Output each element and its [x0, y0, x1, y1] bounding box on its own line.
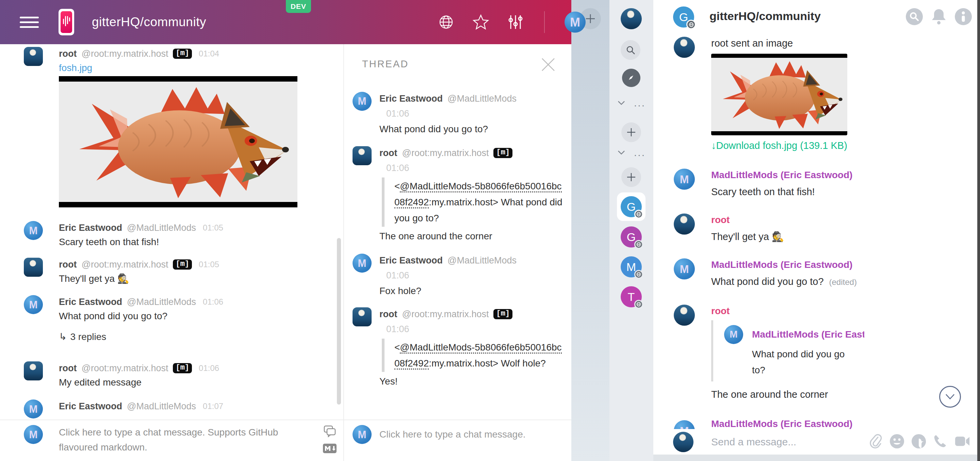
search-icon[interactable] — [620, 40, 640, 60]
avatar-eric[interactable]: M — [353, 92, 372, 111]
message-author[interactable]: Eric Eastwood — [59, 297, 122, 307]
bridge-badge-icon — [686, 20, 696, 29]
message-handle: @root:my.matrix.host — [402, 309, 488, 320]
avatar-eric[interactable]: M — [24, 399, 43, 418]
paperclip-icon[interactable] — [868, 434, 883, 449]
message-text: The one around the corner — [379, 229, 563, 244]
message-author[interactable]: Eric Eastwood — [59, 401, 122, 412]
avatar-self[interactable]: M — [353, 425, 372, 444]
message-handle: @MadLittleMods — [127, 297, 196, 307]
sticker-icon[interactable] — [911, 434, 926, 449]
avatar-root[interactable] — [353, 146, 372, 165]
message-author[interactable]: root — [59, 260, 76, 270]
bell-icon[interactable] — [930, 8, 948, 26]
info-icon[interactable] — [954, 8, 972, 26]
markdown-icon[interactable] — [323, 441, 337, 456]
room-avatar[interactable]: G — [673, 6, 694, 27]
message-text: What pond did you go to?(edited) — [711, 275, 956, 289]
section-collapse-rooms[interactable]: ... — [617, 101, 648, 105]
avatar-self[interactable] — [673, 432, 694, 452]
avatar-root[interactable] — [24, 47, 43, 66]
message-author[interactable]: root — [379, 309, 397, 320]
room-title: gitterHQ/community — [92, 15, 206, 29]
thread-input[interactable]: Click here to type a chat message. — [379, 425, 526, 444]
avatar-eric[interactable]: M — [24, 221, 43, 240]
room-avatar: G — [620, 196, 642, 217]
chat-message: root @root:my.matrix.host [m] 01:05 They… — [0, 258, 219, 286]
sender-name[interactable]: MadLittleMods (Eric Eastwood) — [711, 169, 956, 182]
chat-scrollbar[interactable] — [337, 238, 341, 405]
reply-quote-text: What pond did you go to? — [752, 346, 847, 378]
user-avatar[interactable]: M — [565, 11, 585, 33]
sender-name[interactable]: root — [711, 214, 956, 227]
edited-marker[interactable]: (edited) — [829, 277, 857, 287]
star-icon[interactable] — [472, 13, 490, 31]
chat-bubbles-icon[interactable] — [323, 424, 337, 438]
jump-to-bottom-button[interactable] — [939, 386, 961, 408]
room-item[interactable]: G — [620, 227, 642, 247]
composer-input[interactable]: Send a message... — [711, 436, 796, 448]
avatar-eric[interactable]: M — [674, 258, 695, 279]
message-author[interactable]: Eric Eastwood — [379, 255, 443, 266]
download-link[interactable]: ↓Download fosh.jpg (139.1 KB) — [711, 140, 956, 151]
avatar-root[interactable] — [674, 305, 695, 326]
message-time: 01:05 — [199, 260, 219, 269]
message-author[interactable]: root — [379, 148, 397, 158]
message-time: 01:06 — [203, 297, 223, 307]
emoji-icon[interactable] — [889, 434, 904, 449]
message-author[interactable]: Eric Eastwood — [379, 93, 443, 104]
search-icon[interactable] — [905, 8, 924, 26]
gitter-header: gitterHQ/community DEV — [0, 0, 571, 44]
message-author[interactable]: root — [59, 49, 76, 59]
timeline-event: root M MadLittleMods (Eric Eastwood) Wha… — [653, 305, 977, 401]
avatar-root[interactable] — [674, 37, 695, 58]
avatar-eric[interactable]: M — [674, 169, 695, 190]
sender-name[interactable]: MadLittleMods (Eric Eastwood) — [711, 417, 956, 430]
add-room-button[interactable] — [621, 122, 641, 142]
matrix-badge: [m] — [493, 309, 512, 319]
avatar-root[interactable] — [24, 361, 43, 380]
message-handle: @root:my.matrix.host — [81, 363, 168, 374]
section-collapse-people[interactable]: ... — [617, 150, 648, 155]
globe-icon[interactable] — [437, 13, 455, 31]
avatar-root[interactable] — [674, 214, 695, 234]
message-text: The one around the corner — [711, 388, 956, 401]
reply-quote[interactable]: M MadLittleMods (Eric Eastwood) What pon… — [711, 320, 956, 382]
message-time: 01:06 — [379, 267, 563, 284]
sender-name[interactable]: MadLittleMods (Eric Eastwood) — [711, 258, 956, 271]
message-text: They'll get ya 🕵️ — [59, 271, 219, 286]
sliders-icon[interactable] — [507, 13, 524, 31]
avatar-self[interactable]: M — [24, 425, 43, 444]
avatar-root[interactable] — [353, 307, 372, 326]
room-item[interactable]: T — [620, 286, 642, 307]
chevron-down-icon — [945, 393, 955, 400]
add-person-button[interactable] — [621, 167, 641, 187]
room-item-selected[interactable]: G — [617, 192, 646, 221]
gitter-logo[interactable] — [59, 9, 74, 35]
message-author[interactable]: root — [59, 363, 76, 374]
chat-input[interactable]: Click here to type a chat message. Suppo… — [59, 425, 297, 461]
user-avatar[interactable] — [620, 8, 642, 29]
avatar-eric[interactable]: M — [353, 253, 372, 272]
bridge-badge-icon — [634, 210, 643, 219]
dev-badge: DEV — [286, 0, 311, 13]
message-time: 01:06 — [199, 363, 219, 373]
reply-arrow-icon: ↳ — [59, 331, 67, 342]
sender-name[interactable]: root — [711, 305, 956, 318]
avatar-root[interactable] — [24, 258, 43, 277]
thread-replies-link[interactable]: ↳3 replies — [59, 331, 223, 342]
fosh-image[interactable] — [711, 54, 847, 135]
avatar-eric[interactable]: M — [24, 295, 43, 314]
thread-message: root @root:my.matrix.host [m] 01:06 <@Ma… — [344, 307, 563, 389]
message-time: 01:06 — [379, 105, 563, 122]
close-icon[interactable] — [538, 54, 558, 75]
fosh-image[interactable] — [59, 76, 298, 208]
compass-icon[interactable] — [622, 69, 640, 87]
menu-icon[interactable] — [20, 14, 39, 31]
message-author[interactable]: Eric Eastwood — [59, 223, 122, 233]
room-item[interactable]: M — [620, 256, 642, 277]
message-time: 01:06 — [379, 321, 563, 337]
file-link[interactable]: fosh.jpg — [59, 60, 92, 76]
video-icon[interactable] — [955, 434, 970, 449]
phone-icon[interactable] — [933, 434, 948, 449]
